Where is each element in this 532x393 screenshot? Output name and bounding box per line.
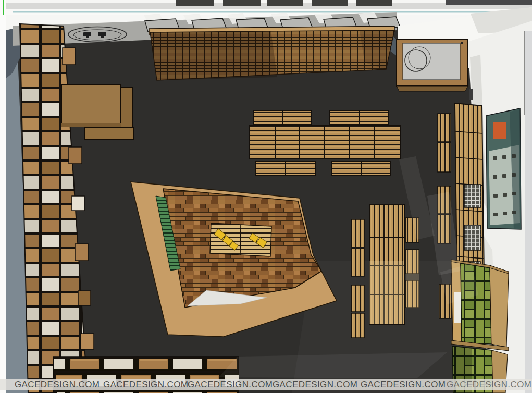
interior-render: GACEDESIGN.COM GACEDESIGN.COM GACEDESIGN… [0, 0, 532, 393]
bench [438, 143, 451, 172]
wall-edge-mark [469, 89, 473, 100]
bench [351, 219, 364, 247]
wall-poster [486, 108, 521, 229]
poster-seal [493, 122, 506, 139]
bench [438, 114, 451, 142]
bench [351, 285, 364, 312]
glass-edge-line [13, 11, 516, 13]
watermark-text: GACEDESIGN.COM [188, 379, 273, 390]
green-axis-line [3, 0, 4, 15]
watermark-text: GACEDESIGN.COM [273, 379, 357, 390]
watermark-text: GACEDESIGN.COM [447, 379, 531, 390]
right-wall-shelf [455, 103, 484, 277]
bench [351, 249, 364, 276]
render-scene [0, 0, 532, 393]
watermark-text: GACEDESIGN.COM [361, 379, 446, 390]
watermark-text: GACEDESIGN.COM [15, 379, 100, 390]
right-edge-line [524, 31, 525, 115]
counter-with-round-fixture [397, 39, 468, 91]
watermark-band: GACEDESIGN.COM GACEDESIGN.COM GACEDESIGN… [0, 379, 532, 390]
left-outer-strip [0, 0, 6, 393]
right-edge-strip [525, 31, 532, 393]
bench [351, 313, 364, 338]
platform-low-table [210, 223, 271, 256]
watermark-text: GACEDESIGN.COM [103, 379, 188, 390]
